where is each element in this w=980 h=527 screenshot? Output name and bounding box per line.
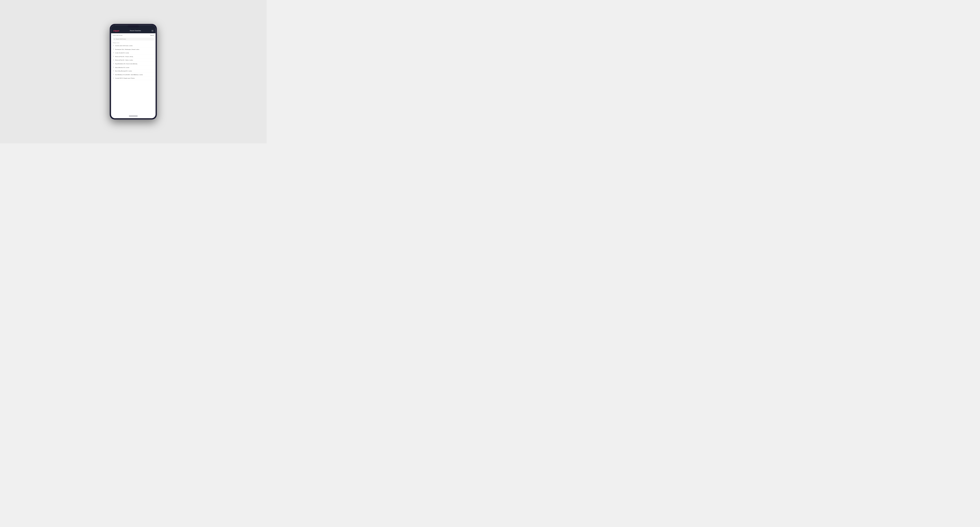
location-icon xyxy=(113,45,114,46)
hamburger-line-3 xyxy=(152,31,153,32)
location-icon xyxy=(113,78,114,79)
list-item[interactable]: Dukes Meadows GC, London xyxy=(111,65,156,69)
list-item[interactable]: Richmond Park GC - Prince's, Surrey xyxy=(111,55,156,58)
nearby-section: Nearby courses Central London Golf Centr… xyxy=(111,41,156,118)
location-icon xyxy=(113,74,114,75)
list-item[interactable]: Richmond Park GC - Duke's, London xyxy=(111,58,156,62)
list-item[interactable]: London Scottish GC, London xyxy=(111,51,156,55)
list-item[interactable]: Brent Valley Municipal GC, London xyxy=(111,69,156,73)
course-name: Royal Wimbledon GC, Great London Authori… xyxy=(115,63,137,65)
course-name: Coombe Hill GC, Kingston upon Thames xyxy=(115,78,135,79)
location-icon xyxy=(113,56,114,57)
course-name: Richmond Park GC - Duke's, London xyxy=(115,59,133,61)
phone-screen: clippd Recent Searches Find a Golf Cours… xyxy=(111,25,156,118)
content-area: Find a Golf Course Cancel Nearby xyxy=(111,33,156,118)
list-item[interactable]: North Middlesex GC (1011942 - North Midd… xyxy=(111,73,156,76)
cancel-button[interactable]: Cancel xyxy=(150,35,154,36)
location-icon xyxy=(113,63,114,64)
list-item[interactable]: Central London Golf Centre, London xyxy=(111,44,156,48)
course-name: London Scottish GC, London xyxy=(115,52,129,54)
phone-device: clippd Recent Searches Find a Golf Cours… xyxy=(110,24,157,119)
course-name: North Middlesex GC (1011942 - North Midd… xyxy=(115,74,143,75)
search-icon xyxy=(114,38,115,40)
nav-title: Recent Searches xyxy=(130,30,141,32)
nearby-label: Nearby courses xyxy=(111,41,156,44)
search-container xyxy=(111,37,156,41)
phone-notch xyxy=(127,25,139,27)
find-title: Find a Golf Course xyxy=(113,35,123,36)
course-name: Brent Valley Municipal GC, London xyxy=(115,70,132,72)
courses-list: Central London Golf Centre, London Roeha… xyxy=(111,44,156,80)
course-name: Dukes Meadows GC, London xyxy=(115,67,129,68)
find-header: Find a Golf Course Cancel xyxy=(111,33,156,37)
location-icon xyxy=(113,70,114,71)
location-icon xyxy=(113,59,114,61)
location-icon xyxy=(113,52,114,54)
course-name: Central London Golf Centre, London xyxy=(115,45,133,47)
search-input[interactable] xyxy=(116,38,153,40)
course-name: Roehampton Club - Roehampton, Greater Lo… xyxy=(115,48,139,50)
list-item[interactable]: Roehampton Club - Roehampton, Greater Lo… xyxy=(111,48,156,51)
app-logo: clippd xyxy=(113,30,119,32)
search-box[interactable] xyxy=(113,38,154,40)
hamburger-line-1 xyxy=(152,30,153,30)
list-item[interactable]: Coombe Hill GC, Kingston upon Thames xyxy=(111,76,156,80)
location-icon xyxy=(113,67,114,68)
hamburger-menu-icon[interactable] xyxy=(152,30,153,31)
location-icon xyxy=(113,49,114,50)
course-name: Richmond Park GC - Prince's, Surrey xyxy=(115,56,133,57)
list-item[interactable]: Royal Wimbledon GC, Great London Authori… xyxy=(111,62,156,66)
